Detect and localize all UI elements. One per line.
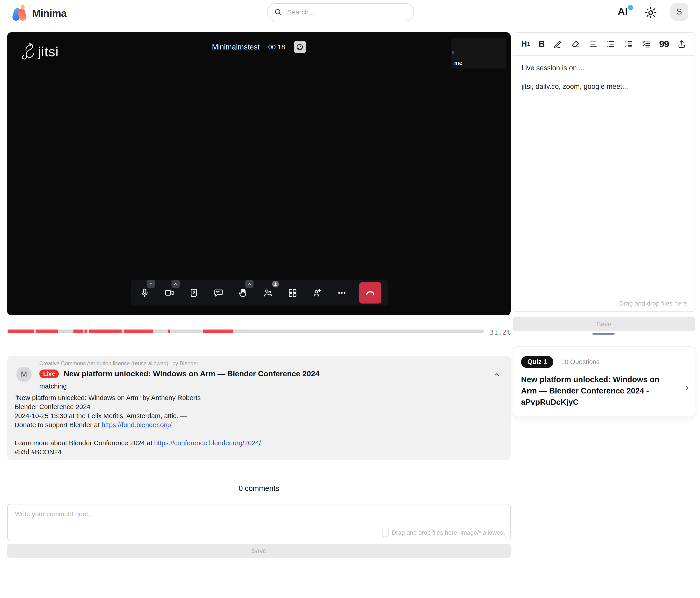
invite-icon (312, 288, 322, 298)
notes-line: jitsi, daily.co, zoom, google meet... (522, 82, 686, 91)
hangup-button[interactable] (359, 282, 381, 303)
ai-notification-dot (628, 5, 633, 10)
speedometer-icon (296, 43, 304, 51)
hangup-icon (365, 288, 376, 298)
notes-save-button[interactable]: Save (513, 317, 695, 331)
description-line: Blender Conference 2024 (15, 402, 261, 411)
description-link[interactable]: https://fund.blender.org/ (101, 421, 172, 428)
svg-text:2: 2 (625, 44, 627, 48)
video-description: "New platform unlocked: Windows on Arm" … (15, 393, 261, 456)
align-icon[interactable] (589, 39, 598, 49)
chevron-up-icon (493, 371, 501, 378)
video-title: New platform unlocked: Windows on Arm — … (64, 369, 320, 378)
description-link[interactable]: https://conference.blender.org/2024/ (154, 439, 261, 447)
tile-view-icon (288, 288, 297, 298)
audio-indicator (452, 51, 454, 54)
progress-track[interactable] (7, 329, 484, 333)
progress-percent: 31.2% (490, 328, 511, 336)
bold-icon[interactable]: B (539, 39, 545, 49)
self-label: me (454, 60, 462, 66)
progress-segment (168, 329, 170, 333)
collapse-button[interactable] (493, 371, 501, 379)
notes-panel: H1 B (513, 32, 695, 312)
check-list-icon[interactable] (642, 39, 651, 49)
meeting-header: Minimalmstest 00:18 (7, 41, 511, 53)
camera-options-chevron[interactable] (172, 280, 180, 288)
app-logo[interactable]: Minima (12, 5, 67, 22)
ai-button[interactable]: AI (618, 6, 638, 21)
progress-segment (203, 329, 233, 333)
upload-icon[interactable] (677, 39, 686, 49)
ordered-list-icon[interactable]: 1 2 (624, 39, 633, 49)
description-text: Learn more about Blender Conference 2024… (15, 439, 154, 447)
live-badge: Live (39, 370, 59, 378)
notes-save-label: Save (597, 321, 611, 328)
search-bar[interactable] (267, 3, 414, 21)
notes-dropzone-text: Drag and drop files here. (619, 300, 689, 307)
description-line: Donate to support Blender at https://fun… (15, 420, 261, 429)
theme-toggle-button[interactable] (644, 5, 658, 20)
description-line: "New platform unlocked: Windows on Arm" … (15, 393, 261, 402)
screenshare-button[interactable] (186, 286, 201, 300)
watch-progress: 31.2% (7, 328, 511, 336)
description-line: Learn more about Blender Conference 2024… (15, 439, 261, 447)
pencil-icon[interactable] (553, 39, 562, 49)
video-subtitle: matching (39, 382, 67, 390)
quote-icon[interactable]: 99 (659, 39, 669, 49)
comment-dropzone-text: Drag and drop files here. image/* allowe… (392, 529, 505, 536)
notes-editor[interactable]: Live session is on ... jitsi, daily.co, … (514, 56, 695, 109)
camera-button[interactable] (162, 286, 176, 300)
quiz-badge: Quiz 1 (521, 356, 553, 368)
more-icon (337, 288, 347, 298)
channel-avatar[interactable]: M (16, 367, 32, 382)
search-input[interactable] (287, 8, 396, 16)
raise-hand-icon (239, 288, 248, 298)
mic-icon (140, 288, 149, 298)
quiz-question-count: 10 Questions (561, 358, 600, 366)
meeting-timer: 00:18 (268, 43, 285, 51)
bullet-list-icon[interactable] (606, 39, 616, 49)
ai-label: AI (618, 6, 628, 17)
chevron-right-icon[interactable]: › (685, 381, 689, 393)
screenshare-icon (189, 288, 199, 298)
comment-save-button[interactable]: Save (7, 544, 511, 558)
comment-box[interactable]: Drag and drop files here. image/* allowe… (7, 504, 511, 540)
svg-text:1: 1 (625, 40, 627, 44)
video-player[interactable]: jitsi Minimalmstest 00:18 me (7, 32, 511, 315)
comment-dropzone[interactable]: Drag and drop files here. image/* allowe… (382, 529, 505, 537)
mic-button[interactable] (138, 286, 152, 300)
chevron-up-icon (173, 281, 178, 286)
chat-button[interactable] (211, 286, 226, 300)
comment-save-label: Save (251, 547, 267, 555)
resize-handle[interactable] (593, 333, 615, 335)
notes-dropzone[interactable]: Drag and drop files here. (609, 300, 689, 307)
notes-toolbar: H1 B (514, 33, 695, 56)
search-icon (274, 8, 282, 16)
description-text: Donate to support Blender at (15, 421, 101, 428)
more-button[interactable] (335, 286, 349, 300)
raise-hand-button[interactable] (236, 286, 250, 300)
mic-options-chevron[interactable] (147, 280, 155, 288)
quiz-header: Quiz 1 10 Questions (521, 356, 687, 368)
quiz-card[interactable]: Quiz 1 10 Questions New platform unlocke… (513, 346, 695, 417)
participants-button[interactable]: 1 (261, 286, 275, 300)
tile-view-button[interactable] (285, 286, 300, 300)
raise-hand-options-chevron[interactable] (245, 280, 253, 288)
file-drop-icon (609, 300, 617, 307)
progress-segment (84, 329, 87, 333)
h1-icon[interactable]: H1 (522, 40, 530, 48)
comment-input[interactable] (15, 510, 399, 529)
description-text: 2024-10-25 13:30 at the Felix Meritis, A… (15, 412, 186, 420)
progress-segment (8, 329, 34, 333)
eraser-icon[interactable] (571, 39, 580, 49)
description-text: Blender Conference 2024 (15, 403, 91, 410)
participants-count-badge: 1 (272, 281, 279, 288)
chevron-up-icon (247, 281, 252, 286)
self-video-thumbnail[interactable]: me (451, 38, 506, 69)
invite-button[interactable] (310, 286, 324, 300)
sun-icon (644, 6, 657, 19)
description-text: "New platform unlocked: Windows on Arm" … (15, 394, 201, 401)
performance-button[interactable] (294, 41, 306, 53)
video-info-card: M Creative Commons Attribution license (… (7, 356, 511, 460)
user-avatar[interactable]: S (670, 3, 688, 21)
